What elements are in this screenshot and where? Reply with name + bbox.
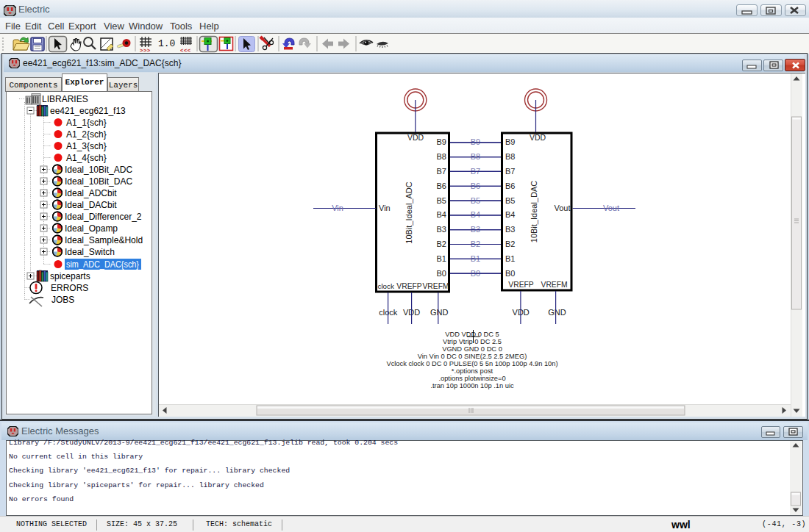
svg-text:ERRORS: ERRORS — [51, 283, 88, 293]
svg-text:Ideal_Switch: Ideal_Switch — [65, 247, 115, 257]
svg-text:A1_2{sch}: A1_2{sch} — [66, 129, 107, 140]
svg-text:VREFM: VREFM — [422, 282, 449, 290]
svg-text:1.0: 1.0 — [158, 38, 175, 49]
svg-text:JOBS: JOBS — [51, 295, 74, 305]
svg-text:10Bit_Ideal_ADC: 10Bit_Ideal_ADC — [404, 181, 413, 243]
svg-text:ee421_ecg621_f13: ee421_ecg621_f13 — [50, 106, 126, 116]
svg-text:Vin: Vin — [332, 204, 343, 212]
svg-text:B7: B7 — [437, 167, 446, 176]
svg-text:B5: B5 — [505, 196, 515, 205]
svg-text:B6: B6 — [505, 181, 515, 190]
svg-text:VREFP: VREFP — [508, 281, 533, 289]
svg-text:B3: B3 — [437, 225, 446, 234]
svg-text:B5: B5 — [437, 196, 446, 205]
svg-text:Vout: Vout — [554, 204, 570, 212]
svg-text:Ideal_ADCbit: Ideal_ADCbit — [65, 188, 117, 198]
svg-text:B9: B9 — [505, 137, 515, 146]
svg-text:Ideal_Sample&Hold: Ideal_Sample&Hold — [65, 235, 143, 245]
svg-text:Vclock clock 0 DC 0 PULSE(0 5: Vclock clock 0 DC 0 PULSE(0 5 5n 100p 10… — [386, 360, 557, 367]
svg-text:VGND GND 0 DC 0: VGND GND 0 DC 0 — [442, 345, 502, 353]
svg-text:B4: B4 — [437, 210, 446, 219]
svg-text:B8: B8 — [505, 152, 515, 161]
svg-text:Ideal_DACbit: Ideal_DACbit — [65, 200, 117, 210]
svg-text:VREFM: VREFM — [541, 281, 568, 289]
svg-text:Ideal_10Bit_ADC: Ideal_10Bit_ADC — [65, 165, 132, 175]
svg-text:10Bit_Ideal_DAC: 10Bit_Ideal_DAC — [530, 181, 538, 242]
svg-text:VDD: VDD — [407, 133, 424, 142]
svg-text:B0: B0 — [437, 269, 446, 278]
svg-text:GND: GND — [548, 308, 566, 317]
svg-text:Vin Vin 0 DC 0 SINE(2.5 2.5 2M: Vin Vin 0 DC 0 SINE(2.5 2.5 2MEG) — [418, 353, 527, 360]
svg-text:B6: B6 — [437, 181, 446, 190]
svg-text:B1: B1 — [505, 254, 515, 263]
svg-text:A1_3{sch}: A1_3{sch} — [66, 141, 107, 151]
svg-text:VREFP: VREFP — [396, 282, 421, 290]
svg-text:Vin: Vin — [379, 204, 391, 212]
svg-text:GND: GND — [430, 308, 449, 317]
svg-text:Vout: Vout — [603, 204, 619, 212]
svg-text:B8: B8 — [437, 152, 446, 161]
svg-text:B2: B2 — [437, 240, 446, 248]
svg-text:Ideal_Opamp: Ideal_Opamp — [65, 223, 118, 234]
svg-text:.tran 10p 1000n 10p .1n uic: .tran 10p 1000n 10p .1n uic — [430, 382, 514, 389]
svg-text:B0: B0 — [505, 269, 515, 278]
svg-text:.options plotwinsize=0: .options plotwinsize=0 — [438, 375, 505, 382]
svg-text:Vtrip Vtrip 0 DC 2.5: Vtrip Vtrip 0 DC 2.5 — [443, 338, 502, 345]
svg-text:spiceparts: spiceparts — [50, 271, 90, 281]
svg-text:Ideal_10Bit_DAC: Ideal_10Bit_DAC — [65, 176, 132, 187]
svg-text:sim_ADC_DAC{sch}: sim_ADC_DAC{sch} — [66, 259, 139, 270]
svg-text:VDD: VDD — [530, 133, 546, 142]
svg-text:A1_4{sch}: A1_4{sch} — [66, 153, 107, 163]
svg-text:LIBRARIES: LIBRARIES — [42, 94, 88, 104]
svg-text:clock: clock — [378, 282, 394, 290]
svg-text:*.options post: *.options post — [452, 367, 493, 375]
svg-text:B2: B2 — [505, 240, 515, 248]
svg-text:A1_1{sch}: A1_1{sch} — [66, 118, 107, 128]
svg-text:B1: B1 — [437, 254, 446, 263]
svg-text:Ideal_Differencer_2: Ideal_Differencer_2 — [65, 212, 142, 222]
svg-text:B7: B7 — [505, 167, 515, 176]
svg-text:B9: B9 — [437, 137, 446, 146]
svg-text:B3: B3 — [505, 225, 515, 234]
svg-text:B4: B4 — [505, 210, 515, 219]
